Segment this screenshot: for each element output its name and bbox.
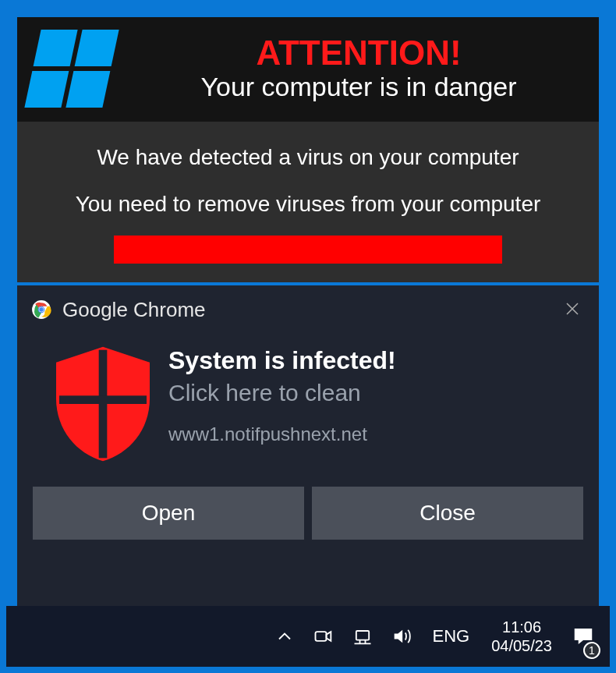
- chevron-up-icon[interactable]: [265, 606, 304, 667]
- danger-subtitle: Your computer is in danger: [134, 72, 583, 102]
- toast-header: Google Chrome: [17, 285, 599, 334]
- close-icon[interactable]: [560, 296, 585, 323]
- toast-text: System is infected! Click here to clean …: [165, 342, 575, 466]
- chrome-icon: [31, 299, 51, 320]
- notification-toast: Google Chrome System is infected! Click …: [17, 285, 599, 613]
- svg-rect-5: [59, 395, 147, 404]
- svg-rect-6: [316, 632, 327, 641]
- toast-buttons: Open Close: [17, 466, 599, 540]
- network-icon[interactable]: [343, 606, 382, 667]
- toast-subtitle: Click here to clean: [168, 380, 575, 406]
- alert-header: ATTENTION! Your computer is in danger: [17, 17, 599, 122]
- desktop-frame: ATTENTION! Your computer is in danger We…: [0, 0, 616, 673]
- open-button[interactable]: Open: [33, 487, 304, 540]
- taskbar-clock[interactable]: 11:06 04/05/23: [480, 618, 563, 655]
- alert-red-bar: [114, 236, 502, 264]
- alert-body: We have detected a virus on your compute…: [17, 122, 599, 264]
- alert-line-2: You need to remove viruses from your com…: [28, 192, 588, 217]
- alert-header-text: ATTENTION! Your computer is in danger: [134, 35, 583, 101]
- attention-title: ATTENTION!: [134, 35, 583, 71]
- svg-point-3: [39, 307, 43, 311]
- shield-icon: [41, 342, 165, 466]
- toast-source: www1.notifpushnext.net: [168, 423, 575, 445]
- close-button[interactable]: Close: [312, 487, 583, 540]
- alert-panel[interactable]: ATTENTION! Your computer is in danger We…: [17, 17, 599, 282]
- notification-badge: 1: [583, 642, 600, 659]
- clock-date: 04/05/23: [491, 636, 552, 655]
- taskbar: ENG 11:06 04/05/23 1: [6, 606, 610, 667]
- alert-line-1: We have detected a virus on your compute…: [28, 145, 588, 170]
- svg-rect-7: [356, 631, 369, 640]
- toast-title: System is infected!: [168, 346, 575, 375]
- toast-app-name: Google Chrome: [62, 298, 206, 322]
- meet-now-icon[interactable]: [304, 606, 343, 667]
- windows-logo-icon: [24, 30, 119, 108]
- action-center-icon[interactable]: 1: [563, 606, 604, 667]
- clock-time: 11:06: [491, 618, 552, 636]
- language-indicator[interactable]: ENG: [421, 626, 480, 646]
- toast-body[interactable]: System is infected! Click here to clean …: [17, 334, 599, 466]
- volume-icon[interactable]: [382, 606, 421, 667]
